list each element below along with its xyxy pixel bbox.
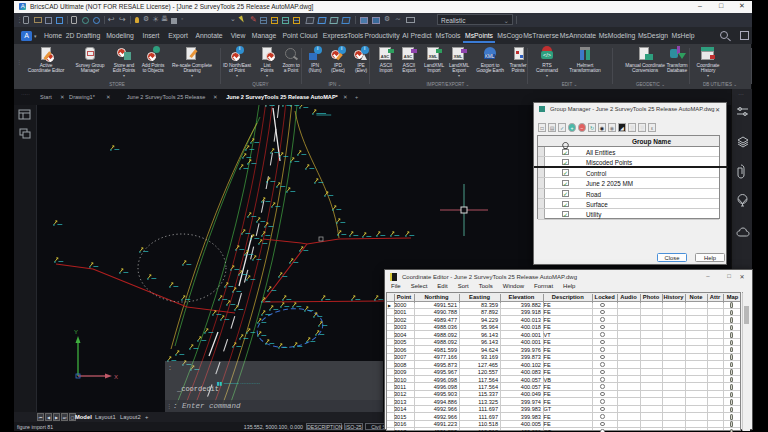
svg-text:X: X [114, 374, 118, 380]
svg-text:Y: Y [74, 329, 78, 335]
